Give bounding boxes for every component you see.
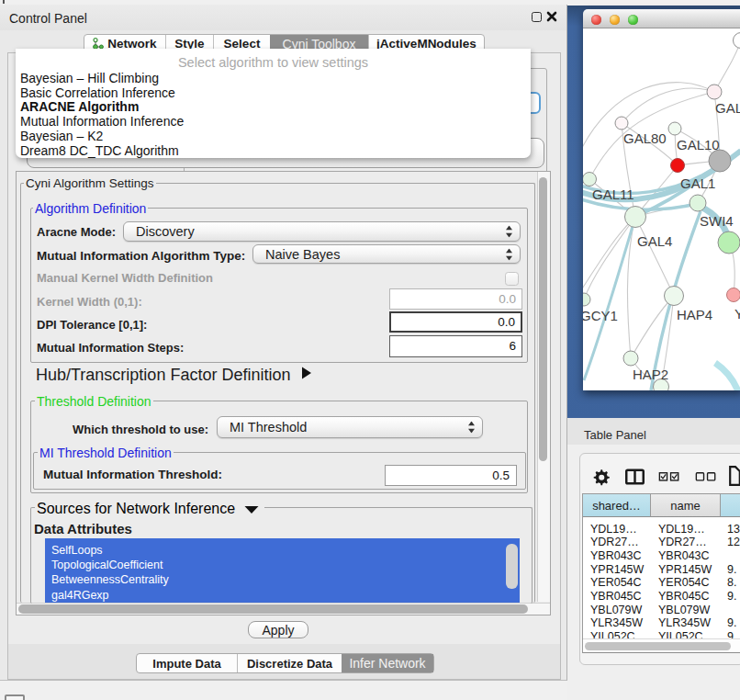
svg-text:GAL80: GAL80 (623, 130, 667, 146)
svg-text:Y: Y (734, 306, 740, 322)
svg-text:GAL1: GAL1 (680, 175, 715, 191)
svg-text:HAP2: HAP2 (633, 367, 668, 382)
svg-text:HAP4: HAP4 (677, 307, 712, 322)
svg-text:GAL2: GAL2 (715, 100, 740, 116)
svg-text:SWI4: SWI4 (700, 213, 734, 229)
svg-text:GCY1: GCY1 (583, 308, 618, 323)
svg-text:GAL10: GAL10 (677, 137, 720, 152)
svg-text:GAL4: GAL4 (637, 233, 672, 249)
svg-text:GAL11: GAL11 (592, 186, 634, 202)
